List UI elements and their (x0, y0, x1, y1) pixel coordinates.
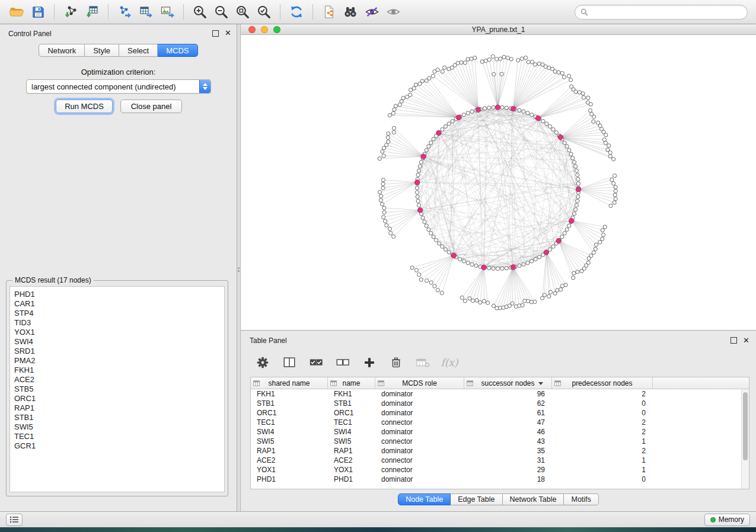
hide-selected-icon[interactable] (361, 2, 382, 21)
table-row[interactable]: ACE2ACE2connector311 (251, 456, 749, 465)
network-node[interactable] (460, 296, 464, 299)
mcds-result-item[interactable]: ACE2 (10, 375, 224, 384)
network-node[interactable] (560, 71, 564, 75)
network-node[interactable] (575, 203, 578, 207)
dominator-node[interactable] (417, 208, 422, 213)
mcds-result-item[interactable]: RAP1 (10, 403, 224, 413)
network-node[interactable] (612, 158, 615, 161)
dominator-node[interactable] (511, 265, 515, 270)
network-node[interactable] (382, 210, 386, 214)
network-node[interactable] (551, 245, 555, 248)
open-folder-icon[interactable] (6, 2, 27, 21)
network-node[interactable] (572, 161, 576, 164)
export-image-icon[interactable] (157, 2, 178, 21)
network-node[interactable] (447, 251, 451, 254)
table-row[interactable]: RAP1RAP1dominator352 (251, 446, 749, 456)
network-node[interactable] (381, 182, 385, 185)
network-node[interactable] (581, 92, 585, 95)
network-node[interactable] (499, 57, 502, 60)
network-node[interactable] (417, 203, 420, 207)
network-node[interactable] (440, 291, 444, 294)
network-node[interactable] (520, 57, 524, 60)
column-layout-icon[interactable] (280, 354, 298, 371)
memory-button[interactable]: Memory (704, 514, 750, 526)
mcds-result-list[interactable]: PHD1CAR1STP4TID3YOX1SWI4SRD1PMA2FKH1ACE2… (9, 286, 225, 492)
network-node[interactable] (432, 137, 435, 141)
network-node[interactable] (500, 105, 504, 109)
mcds-result-item[interactable]: SRD1 (10, 347, 224, 356)
network-node[interactable] (393, 108, 396, 111)
search-neighbors-icon[interactable] (340, 2, 361, 21)
column-header-successor-nodes[interactable]: successor nodes (464, 377, 552, 389)
dominator-node[interactable] (481, 265, 486, 270)
network-node[interactable] (500, 72, 503, 76)
dominator-node[interactable] (558, 134, 563, 139)
deselect-all-icon[interactable] (334, 354, 352, 371)
network-node[interactable] (502, 55, 506, 59)
network-node[interactable] (486, 301, 489, 305)
network-node[interactable] (588, 108, 592, 112)
dominator-node[interactable] (535, 116, 540, 120)
network-node[interactable] (438, 242, 441, 245)
network-node[interactable] (379, 194, 383, 198)
network-node[interactable] (475, 299, 479, 302)
network-node[interactable] (443, 66, 446, 69)
network-node[interactable] (415, 186, 419, 190)
network-node[interactable] (425, 148, 428, 152)
mcds-result-item[interactable]: CAR1 (10, 299, 224, 309)
zoom-selected-icon[interactable] (253, 2, 275, 21)
import-network-icon[interactable] (60, 2, 81, 21)
column-header-predecessor-nodes[interactable]: predecessor nodes (552, 377, 653, 389)
network-node[interactable] (524, 56, 528, 59)
minimize-window-button[interactable] (261, 26, 268, 33)
network-node[interactable] (509, 57, 513, 61)
network-node[interactable] (388, 113, 391, 117)
network-node[interactable] (604, 141, 607, 145)
mcds-result-item[interactable]: PMA2 (10, 356, 224, 366)
close-window-button[interactable] (248, 26, 256, 33)
network-node[interactable] (470, 110, 474, 113)
column-header-name[interactable]: name (328, 377, 375, 389)
tab-mcds[interactable]: MCDS (158, 44, 197, 57)
network-node[interactable] (382, 154, 385, 158)
network-node[interactable] (592, 120, 595, 123)
network-node[interactable] (468, 297, 471, 300)
network-node[interactable] (394, 104, 397, 108)
network-node[interactable] (410, 266, 414, 270)
table-row[interactable]: SWI5SWI5connector431 (251, 437, 749, 446)
network-node[interactable] (425, 279, 428, 283)
network-node[interactable] (522, 110, 525, 113)
tab-network[interactable]: Network (39, 44, 85, 57)
share-document-icon[interactable] (318, 2, 340, 21)
network-node[interactable] (495, 57, 498, 61)
network-node[interactable] (429, 281, 433, 284)
network-node[interactable] (614, 185, 617, 189)
network-node[interactable] (589, 102, 592, 106)
table-row[interactable]: TEC1TEC1connector472 (251, 418, 749, 427)
network-node[interactable] (505, 106, 508, 110)
network-node[interactable] (551, 127, 555, 131)
dominator-node[interactable] (421, 154, 426, 159)
network-node[interactable] (392, 130, 395, 134)
network-node[interactable] (529, 300, 533, 304)
dominator-node[interactable] (511, 106, 515, 111)
network-node[interactable] (378, 157, 381, 161)
network-node[interactable] (604, 133, 608, 137)
network-node[interactable] (572, 212, 576, 216)
network-node[interactable] (522, 262, 525, 266)
network-node[interactable] (409, 88, 412, 92)
network-node[interactable] (560, 284, 564, 288)
network-node[interactable] (540, 296, 544, 300)
network-node[interactable] (429, 141, 433, 145)
network-node[interactable] (492, 72, 496, 76)
network-node[interactable] (386, 136, 390, 139)
network-node[interactable] (547, 294, 551, 298)
import-table-icon[interactable] (81, 2, 103, 21)
network-node[interactable] (563, 141, 566, 145)
network-node[interactable] (565, 145, 569, 148)
network-node[interactable] (601, 233, 605, 236)
network-node[interactable] (567, 148, 571, 152)
network-node[interactable] (379, 198, 382, 202)
network-node[interactable] (613, 174, 616, 177)
dominator-node[interactable] (414, 180, 419, 185)
